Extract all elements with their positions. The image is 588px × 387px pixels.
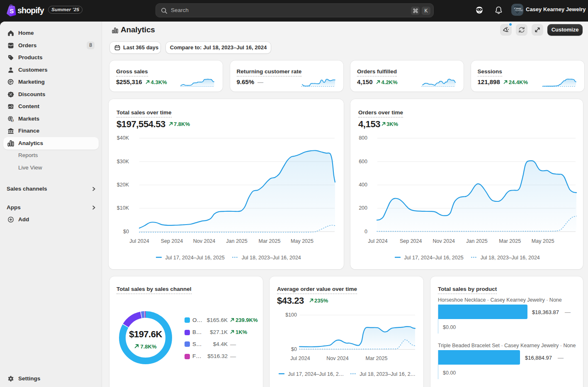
svg-text:KEARNEY: KEARNEY — [515, 10, 523, 12]
svg-text:S: S — [10, 7, 14, 15]
svg-text:$: $ — [12, 119, 13, 122]
